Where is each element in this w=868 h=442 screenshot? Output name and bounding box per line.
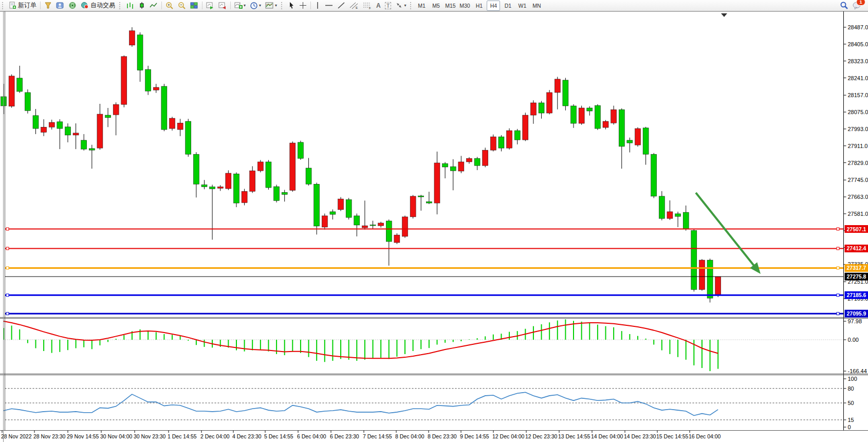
candle-down [65, 127, 70, 135]
line-handle[interactable] [6, 312, 9, 315]
candle-up [290, 143, 296, 190]
horizontal-line-tool-button[interactable] [323, 0, 335, 11]
auto-scroll-button[interactable] [204, 0, 216, 11]
price-tick-label: 28241.0 [848, 75, 868, 81]
crosshair-tool-button[interactable] [297, 0, 309, 11]
chart-canvas[interactable]: 28487.028405.028323.028241.028157.028075… [0, 11, 868, 442]
candle-down [675, 214, 681, 216]
toolbar-grip [119, 2, 122, 9]
candle-down [210, 187, 215, 189]
cursor-tool-button[interactable] [286, 0, 297, 11]
tile-windows-button[interactable] [188, 0, 200, 11]
line-handle[interactable] [837, 312, 839, 315]
separator [40, 2, 41, 9]
time-axis-label: 15 Dec 14:55 [656, 433, 689, 439]
candle-up [250, 171, 255, 191]
line-handle[interactable] [6, 247, 9, 250]
axis-label-area [844, 11, 868, 430]
candle-down [354, 216, 360, 225]
candle-down [474, 158, 480, 165]
chart-shift-button[interactable] [216, 0, 229, 11]
line-handle[interactable] [6, 267, 9, 269]
timeframe-button-M15[interactable]: M15 [444, 1, 457, 11]
candle-up [715, 277, 721, 295]
macd-scale-label: 97.98 [848, 318, 862, 324]
crosshair-icon [299, 2, 307, 9]
time-axis-label: 12 Dec 04:00 [492, 433, 525, 439]
candle-down [563, 80, 568, 106]
candle-up [507, 131, 512, 148]
profiles-button[interactable] [42, 0, 54, 11]
label-tool-button[interactable]: T [383, 0, 394, 11]
candle-up [97, 114, 103, 148]
time-axis-label: 5 Dec 14:55 [264, 433, 293, 439]
text-tool-icon: A [376, 2, 381, 9]
line-handle[interactable] [837, 247, 839, 250]
line-handle[interactable] [837, 294, 839, 297]
signals-button[interactable] [66, 0, 79, 11]
bar-chart-mode-button[interactable] [124, 0, 136, 11]
notifications-button[interactable]: 1 [851, 0, 864, 11]
candle-up [410, 196, 416, 217]
timeframe-button-M5[interactable]: M5 [429, 1, 442, 11]
new-order-button[interactable]: 新订单 [7, 0, 39, 11]
text-tool-button[interactable]: A [374, 0, 383, 11]
separator [310, 2, 311, 9]
funnel-icon [44, 2, 52, 9]
timeframe-button-M30[interactable]: M30 [458, 1, 471, 11]
candle-up [378, 223, 384, 226]
templates-button[interactable]: ▾ [263, 0, 279, 11]
candle-up [699, 260, 705, 289]
candle-down [330, 212, 336, 214]
new-order-icon [9, 2, 16, 9]
candle-down [274, 187, 280, 200]
trendline-tool-button[interactable] [335, 0, 347, 11]
line-handle[interactable] [837, 228, 839, 230]
line-handle[interactable] [6, 228, 9, 230]
time-axis-label: 6 Dec 04:00 [297, 433, 326, 439]
candle-up [170, 118, 175, 128]
candle-down [298, 142, 303, 158]
zoom-in-button[interactable] [163, 0, 176, 11]
candle-down [539, 103, 544, 113]
candlestick-mode-button[interactable] [136, 0, 147, 11]
time-axis-label: 8 Dec 04:00 [395, 433, 424, 439]
candle-up [177, 123, 183, 130]
periods-button[interactable]: ▾ [248, 0, 263, 11]
toolbar-grip [281, 2, 284, 9]
candle-down [266, 162, 271, 188]
tile-windows-icon [190, 2, 198, 9]
candle-down [33, 116, 39, 128]
fibonacci-tool-button[interactable]: F [361, 0, 374, 11]
zoom-out-button[interactable] [176, 0, 188, 11]
price-tick-label: 28487.0 [848, 24, 868, 30]
line-handle[interactable] [6, 294, 9, 297]
price-level-badge-text: 27507.1 [847, 226, 866, 232]
candle-up [362, 226, 367, 228]
channel-tool-button[interactable]: E [347, 0, 361, 11]
candle-down [571, 106, 577, 123]
market-watch-button[interactable] [54, 0, 66, 11]
timeframe-button-M1[interactable]: M1 [415, 1, 428, 11]
candle-down [145, 69, 151, 91]
timeframe-button-W1[interactable]: W1 [515, 1, 529, 11]
indicators-button[interactable]: ▾ [232, 0, 248, 11]
line-chart-mode-button[interactable] [147, 0, 160, 11]
timeframe-button-MN[interactable]: MN [530, 1, 543, 11]
timeframe-button-D1[interactable]: D1 [501, 1, 514, 11]
zoom-in-icon [165, 2, 174, 10]
search-button[interactable] [838, 0, 851, 11]
arrows-tool-button[interactable]: ▾ [393, 0, 408, 11]
price-level-badge-text: 27412.4 [847, 245, 866, 251]
candle-up [338, 199, 344, 210]
auto-trading-button[interactable]: 自动交易 [79, 0, 117, 11]
candle-down [57, 122, 63, 128]
time-axis-label: 12 Dec 23:30 [525, 433, 558, 439]
line-chart-icon [150, 2, 158, 9]
line-handle[interactable] [837, 267, 839, 269]
timeframe-button-H1[interactable]: H1 [472, 1, 486, 11]
separator [161, 2, 162, 9]
time-axis-label: 6 Dec 23:30 [330, 433, 359, 439]
timeframe-button-H4[interactable]: H4 [487, 1, 500, 11]
vertical-line-tool-button[interactable] [312, 0, 323, 11]
